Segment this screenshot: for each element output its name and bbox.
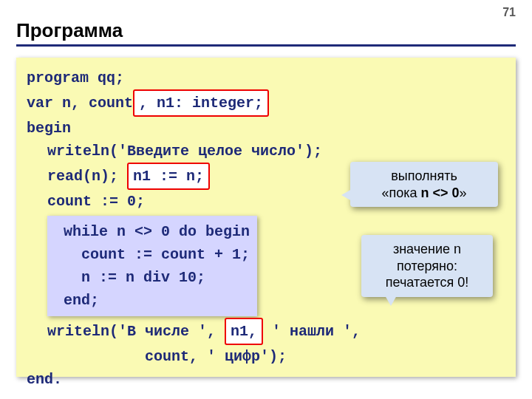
highlight-n1-assign: n1 := n;: [127, 163, 210, 190]
highlight-n1-declaration: , n1: integer;: [133, 89, 269, 117]
highlight-n1-output: n1,: [225, 318, 263, 345]
slide-title: Программа: [16, 19, 123, 42]
code-line: begin: [27, 117, 505, 140]
code-text: ' нашли ',: [263, 323, 361, 340]
callout-text: «пока: [381, 185, 420, 200]
code-text: var n, count: [27, 95, 133, 112]
callout-value-lost: значение n потеряно: печатается 0!: [361, 235, 493, 297]
code-line: end.: [27, 368, 505, 391]
callout-text: выполнять: [391, 168, 457, 183]
callout-text: потеряно:: [397, 259, 457, 273]
callout-while-condition: выполнять «пока n <> 0»: [350, 162, 498, 207]
code-text: writeln('В числе ',: [47, 323, 225, 340]
title-rule: [16, 44, 516, 47]
page-number: 71: [502, 6, 516, 19]
code-line: count, ' цифр');: [27, 345, 505, 368]
callout-bold: n <> 0: [421, 185, 460, 200]
callout-text: »: [460, 185, 467, 200]
code-block: program qq; var n, count, n1: integer; b…: [16, 58, 516, 377]
code-line: program qq;: [27, 66, 505, 89]
while-loop-block: while n <> 0 do begin count := count + 1…: [47, 216, 257, 316]
callout-text: печатается 0!: [386, 275, 468, 290]
code-line: var n, count, n1: integer;: [27, 89, 505, 117]
code-line: writeln('Введите целое число');: [27, 140, 505, 163]
callout-text: значение n: [393, 242, 461, 256]
code-line: writeln('В числе ', n1, ' нашли ',: [27, 318, 505, 345]
code-text: read(n);: [47, 168, 127, 185]
